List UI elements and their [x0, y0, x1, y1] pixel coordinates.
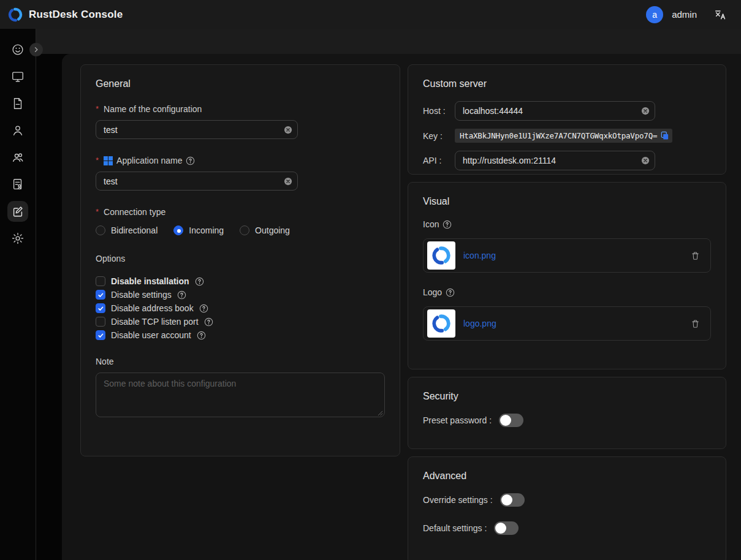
monitor-icon [7, 66, 28, 87]
checkbox[interactable] [96, 303, 105, 313]
document-icon [7, 93, 28, 114]
required-marker: * [96, 156, 99, 165]
audit-icon [7, 174, 28, 195]
sidebar-item-groups[interactable] [6, 144, 30, 171]
icon-file-link[interactable]: icon.png [463, 251, 496, 260]
header-strip [36, 29, 741, 54]
icon-thumbnail [427, 241, 455, 270]
checkbox[interactable] [96, 290, 105, 300]
advanced-card: Advanced Override settings : Default set… [408, 456, 726, 560]
clear-icon[interactable] [641, 107, 650, 115]
override-settings-toggle[interactable] [500, 493, 525, 507]
radio-bidirectional[interactable]: Bidirectional [96, 225, 158, 235]
logo-upload-box: logo.png [423, 306, 711, 341]
help-icon[interactable] [446, 288, 455, 297]
option-disable-installation[interactable]: Disable installation [96, 274, 385, 288]
main-panel: General * Name of the configuration * [62, 54, 741, 560]
clear-icon[interactable] [641, 156, 650, 165]
host-label: Host : [423, 106, 455, 116]
api-label: API : [423, 156, 455, 165]
note-label: Note [96, 357, 385, 366]
sidebar-item-audit-log[interactable] [6, 90, 30, 117]
option-disable-settings[interactable]: Disable settings [96, 288, 385, 301]
security-title: Security [423, 391, 711, 402]
sidebar-item-licenses[interactable] [6, 171, 30, 198]
topbar: RustDesk Console a admin [0, 0, 741, 29]
checkbox[interactable] [96, 330, 105, 340]
copy-icon[interactable] [660, 131, 669, 140]
trash-icon[interactable] [690, 319, 701, 329]
option-disable-user-account[interactable]: Disable user account [96, 328, 385, 342]
app-title: RustDesk Console [29, 9, 123, 21]
option-label: Disable TCP listen port [111, 317, 199, 327]
radio-control[interactable] [96, 225, 105, 235]
radio-control[interactable] [240, 225, 249, 235]
checkbox[interactable] [96, 276, 105, 286]
chevron-right-icon [32, 46, 40, 53]
logo-thumbnail [427, 309, 455, 338]
sidebar-item-users[interactable] [6, 117, 30, 144]
required-marker: * [96, 104, 99, 113]
help-icon[interactable] [195, 277, 204, 286]
sidebar [0, 29, 36, 560]
config-name-input[interactable] [96, 120, 298, 139]
general-title: General [96, 78, 385, 89]
help-icon[interactable] [177, 290, 186, 300]
radio-label: Incoming [189, 225, 224, 235]
api-input[interactable] [455, 151, 655, 170]
host-input[interactable] [455, 101, 655, 121]
general-card: General * Name of the configuration * [80, 64, 400, 456]
trash-icon[interactable] [690, 251, 701, 261]
key-label: Key : [423, 131, 455, 141]
help-icon[interactable] [199, 304, 208, 313]
checkbox[interactable] [96, 317, 105, 327]
security-card: Security Preset password : [408, 377, 726, 449]
radio-control[interactable] [173, 225, 183, 235]
option-label: Disable address book [111, 303, 194, 313]
user-name[interactable]: admin [672, 9, 697, 20]
custom-server-title: Custom server [423, 78, 711, 89]
radio-incoming[interactable]: Incoming [173, 225, 224, 235]
option-disable-address-book[interactable]: Disable address book [96, 301, 385, 315]
preset-password-toggle[interactable] [499, 414, 523, 427]
help-icon[interactable] [443, 220, 452, 229]
help-icon[interactable] [186, 156, 195, 165]
brand: RustDesk Console [7, 7, 123, 23]
help-icon[interactable] [204, 317, 213, 327]
edit-icon [7, 201, 28, 222]
sidebar-item-dashboard[interactable] [6, 36, 30, 63]
option-label: Disable user account [111, 330, 191, 340]
note-textarea[interactable] [96, 373, 385, 417]
windows-icon [104, 156, 113, 165]
required-marker: * [96, 207, 99, 216]
radio-label: Outgoing [255, 225, 290, 235]
clear-icon[interactable] [284, 126, 292, 134]
translate-icon[interactable] [714, 9, 726, 21]
users-icon [7, 147, 28, 168]
key-value: HtaXBkJNHyn0e1U1jWXze7A7CN7QTGWqxkOtpaVp… [460, 131, 657, 140]
connection-type-group: Bidirectional Incoming Outgoing [96, 225, 385, 235]
icon-label: Icon [423, 219, 439, 229]
avatar[interactable]: a [646, 6, 663, 23]
help-icon[interactable] [197, 331, 206, 340]
radio-outgoing[interactable]: Outgoing [240, 225, 290, 235]
sidebar-item-custom-clients[interactable] [6, 198, 30, 225]
sidebar-item-settings[interactable] [6, 225, 30, 252]
connection-type-label: Connection type [104, 207, 165, 217]
option-label: Disable settings [111, 290, 172, 300]
application-name-input[interactable] [96, 172, 298, 191]
custom-server-card: Custom server Host : Key : HtaXBkJNHyn0e… [408, 64, 726, 175]
clear-icon[interactable] [284, 177, 292, 186]
sidebar-item-devices[interactable] [6, 63, 30, 90]
visual-card: Visual Icon icon.png [408, 182, 726, 369]
default-settings-label: Default settings : [423, 523, 487, 533]
logo-file-link[interactable]: logo.png [463, 319, 496, 328]
advanced-title: Advanced [423, 471, 711, 482]
radio-label: Bidirectional [111, 225, 158, 235]
visual-title: Visual [423, 196, 711, 207]
option-disable-tcp-listen-port[interactable]: Disable TCP listen port [96, 315, 385, 328]
resize-handle-icon[interactable] [378, 411, 383, 416]
default-settings-toggle[interactable] [494, 521, 519, 535]
sidebar-collapse-button[interactable] [29, 43, 43, 56]
option-label: Disable installation [111, 276, 189, 286]
